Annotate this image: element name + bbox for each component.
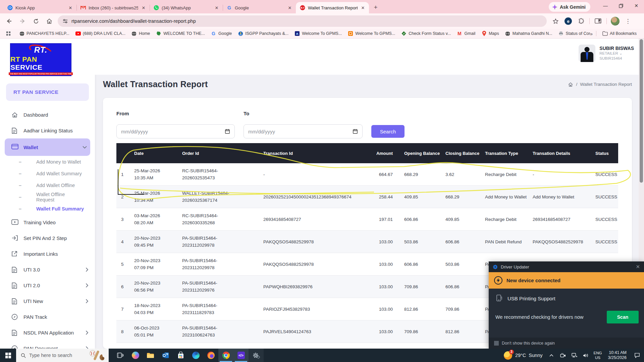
dont-show-checkbox[interactable] [494,341,499,346]
bookmark-item[interactable]: Mahatma Gandhi N... [502,30,555,37]
sidebar-item[interactable]: Set PIN And 2 Step [0,230,95,246]
sidebar-item[interactable]: PAN Document [0,341,95,349]
bookmark-item[interactable]: Status of Complete... [556,30,590,37]
tab-close-icon[interactable]: ✕ [214,5,219,10]
tab-close-icon[interactable]: ✕ [68,5,73,10]
all-bookmarks-button[interactable]: All Bookmarks [600,30,639,37]
bookmark-item[interactable]: Welcome To GPMS... [345,30,398,37]
taskbar-search[interactable]: Type here to search [16,349,109,362]
tray-chevron-icon[interactable] [546,349,556,362]
bookmark-item[interactable]: WELCOME TO THE... [153,30,208,37]
home-icon[interactable] [44,15,55,27]
language-indicator[interactable]: ENG US [591,351,604,360]
task-view-button[interactable] [113,349,128,362]
bookmark-item[interactable]: Maps [479,30,502,37]
browser-tab[interactable]: G Google ✕ [223,2,296,13]
chrome-icon[interactable] [218,349,233,362]
volume-icon[interactable] [581,349,591,362]
popup-close-icon[interactable]: ✕ [636,264,640,270]
microsoft-store-icon[interactable] [173,349,188,362]
apps-grid-icon[interactable] [3,30,14,37]
browser-tab[interactable]: R.T Wallet Transaction Report ✕ [296,2,369,13]
code-app-icon[interactable]: </> [233,349,249,362]
sidebar-item[interactable]: Add Wallet Summary [0,168,95,179]
sidebar-item[interactable]: PAN Track [0,309,95,325]
tab-close-icon[interactable]: ✕ [360,5,366,10]
extensions-puzzle-icon[interactable] [576,16,586,26]
scan-button[interactable]: Scan [607,311,639,323]
sidebar-item[interactable]: UTI 2.0 [0,278,95,293]
minimize-button[interactable]: — [598,0,613,11]
sidebar-item[interactable]: Wallet Offline Request [0,191,95,203]
bookmark-item[interactable]: ISGPP Panchayats &... [235,30,291,37]
edge-icon[interactable] [188,349,203,362]
sidebar-item[interactable]: NSDL PAN Application [0,325,95,341]
close-button[interactable]: ✕ [629,0,644,11]
firefox-icon[interactable] [203,349,218,362]
meet-now-icon[interactable] [558,349,568,362]
network-icon[interactable] [569,349,579,362]
profile-avatar[interactable] [610,16,621,26]
calendar-icon[interactable] [353,129,358,134]
sidebar-item[interactable]: Wallet Full Summary [0,203,95,215]
sidebar-item[interactable]: UTI New [0,293,95,309]
reload-icon[interactable] [30,15,42,27]
copilot-icon[interactable] [128,349,143,362]
calendar-icon[interactable] [225,129,230,134]
from-date-input[interactable]: mm/dd/yyyy [116,124,235,138]
side-panel-icon[interactable] [593,16,603,26]
user-profile[interactable]: SUBIR BISWAS RETAILER ⌄ SUBIR15464 [579,45,634,62]
bookmark-star-icon[interactable] [550,16,561,26]
bookmark-item[interactable]: Welcome To GPMS... [292,30,344,37]
table-row[interactable]: 1 25-Mar-202610:35 AM RC-SUBIR15464-2026… [116,163,618,186]
back-icon[interactable] [3,15,15,27]
extension-e-icon[interactable]: e [563,16,574,26]
browser-tab[interactable]: (34) WhatsApp ✕ [150,2,223,13]
sidebar-item[interactable]: Aadhar Linking Status [0,123,95,138]
browser-tab[interactable]: Inbox (260) - subirbsws25@gm ✕ [76,2,150,13]
device-row[interactable]: USB Printing Support [489,289,644,308]
tab-close-icon[interactable]: ✕ [141,5,146,10]
sidebar-item[interactable]: Dashboard [0,107,95,123]
rt-pan-service-logo[interactable]: RT. RT PAN SERVICE THE BEST AND MOST POP… [10,43,71,76]
sidebar-item[interactable]: Training Video [0,215,95,230]
scrollbar-thumb[interactable] [640,39,643,183]
bookmark-item[interactable]: PANCHAYETS HELP... [16,30,72,37]
user-role[interactable]: RETAILER ⌄ [599,51,634,56]
action-center-icon[interactable] [630,353,644,358]
tab-close-icon[interactable]: ✕ [287,5,292,10]
bookmarks-overflow-chevron[interactable]: » [590,31,593,37]
search-button[interactable]: Search [371,125,405,138]
sidebar-item[interactable]: Add Wallet Offline [0,179,95,191]
bookmark-item[interactable]: (688) DRA LIVE CLA... [73,30,128,37]
popup-titlebar[interactable]: Driver Updater ✕ [489,261,644,272]
sidebar-item[interactable]: UTI 3.0 [0,262,95,278]
bookmark-item[interactable]: Check Form Status v... [398,30,453,37]
cell-amount: 103.00 [371,236,401,247]
to-date-input[interactable]: mm/dd/yyyy [244,124,363,138]
site-settings-icon[interactable] [62,18,68,24]
table-row[interactable]: 4 20-Nov-202309:45 PM PA-SUBIR15464-2023… [116,231,618,253]
table-row[interactable]: 2 25-Mar-202610:34 AM WALLET-SUBIR15464-… [116,186,618,208]
browser-tab[interactable]: Kiosk App ✕ [3,2,76,13]
sidebar-item[interactable]: Add Money to Wallet [0,156,95,168]
start-button[interactable] [0,349,16,362]
maximize-button[interactable] [613,0,629,11]
menu-kebab-icon[interactable]: ⋮ [623,16,633,26]
bookmark-item[interactable]: Home [129,30,153,37]
sidebar-item[interactable]: Wallet [5,138,90,156]
breadcrumb-home-icon[interactable] [568,82,573,87]
new-tab-button[interactable]: + [371,3,380,12]
bookmark-item[interactable]: G Google [208,30,234,37]
clock[interactable]: 10:41 AM 3/25/2026 [604,350,630,360]
forward-icon[interactable] [17,15,28,27]
address-bar[interactable]: rtpanservice.com/dashboard/wallet-transa… [58,15,547,27]
table-row[interactable]: 3 03-Mar-202608:20 AM RC-SUBIR15464-2026… [116,208,618,231]
weather-widget[interactable]: 3 29°C Sunny [500,351,547,360]
file-explorer-icon[interactable] [143,349,158,362]
bookmark-item[interactable]: M Gmail [454,30,478,37]
settings-gear-icon[interactable] [249,349,264,362]
sidebar-item[interactable]: Important Links [0,246,95,262]
outlook-icon[interactable] [158,349,173,362]
ask-gemini-button[interactable]: Ask Gemini [549,2,590,12]
